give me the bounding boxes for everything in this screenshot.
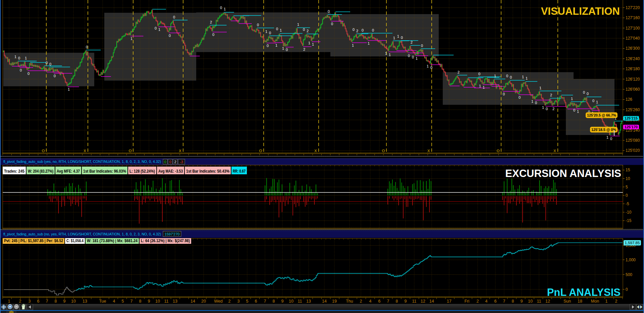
svg-text:X: X bbox=[179, 149, 181, 153]
svg-text:0: 0 bbox=[155, 26, 157, 30]
svg-text:17: 17 bbox=[447, 299, 451, 304]
svg-text:125'260: 125'260 bbox=[626, 107, 640, 112]
svg-text:fl_pivot_fading_auto_sub (no,: fl_pivot_fading_auto_sub (no, yes, RTH, … bbox=[3, 232, 161, 236]
svg-text:14: 14 bbox=[429, 299, 434, 304]
svg-text:0: 0 bbox=[269, 31, 271, 35]
svg-text:5: 5 bbox=[246, 299, 249, 304]
svg-text:1: 1 bbox=[526, 76, 528, 80]
svg-text:0: 0 bbox=[519, 95, 521, 99]
svg-text:1: 1 bbox=[389, 53, 391, 57]
svg-text:0: 0 bbox=[478, 72, 480, 76]
svg-text:2: 2 bbox=[228, 299, 231, 304]
svg-text:Tue: Tue bbox=[99, 299, 106, 304]
svg-text:1: 1 bbox=[542, 105, 544, 109]
svg-text:0: 0 bbox=[412, 55, 414, 59]
svg-text:1: 1 bbox=[539, 86, 541, 90]
svg-text:0: 0 bbox=[49, 62, 51, 66]
svg-text:1: 1 bbox=[494, 74, 496, 78]
svg-text:1: 1 bbox=[479, 84, 481, 88]
svg-text:X: X bbox=[84, 149, 86, 153]
svg-text:0: 0 bbox=[535, 101, 537, 105]
svg-text:126'240: 126'240 bbox=[626, 56, 640, 61]
svg-text:2: 2 bbox=[411, 40, 413, 44]
svg-text:18: 18 bbox=[578, 299, 582, 304]
svg-text:11: 11 bbox=[298, 299, 302, 304]
svg-text:126: 126 bbox=[626, 97, 632, 102]
svg-text:0: 0 bbox=[592, 99, 594, 103]
svg-text:1: 1 bbox=[130, 37, 132, 41]
svg-text:Pvt: 245 | P/L: $1,597.85 | Pe: Pvt: 245 | P/L: $1,597.85 | Per: $6.52 bbox=[4, 238, 63, 243]
svg-text:W: 204 (83.27%): W: 204 (83.27%) bbox=[28, 169, 53, 174]
svg-text:4: 4 bbox=[369, 299, 372, 304]
svg-text:8: 8 bbox=[55, 299, 57, 304]
svg-text:127'100: 127'100 bbox=[626, 26, 640, 31]
svg-text:9: 9 bbox=[405, 299, 407, 304]
svg-text:1: 1 bbox=[397, 34, 399, 38]
svg-text:0: 0 bbox=[408, 54, 410, 58]
svg-text:6: 6 bbox=[378, 299, 381, 304]
svg-text:1597'270: 1597'270 bbox=[165, 232, 180, 236]
svg-text:0: 0 bbox=[430, 65, 432, 70]
svg-text:0: 0 bbox=[28, 72, 30, 76]
svg-text:X: X bbox=[427, 149, 430, 153]
svg-text:15: 15 bbox=[626, 168, 630, 172]
svg-text:0: 0 bbox=[169, 160, 171, 164]
svg-text:2: 2 bbox=[210, 20, 212, 24]
svg-text:12: 12 bbox=[545, 299, 550, 304]
svg-text:0: 0 bbox=[276, 27, 278, 31]
svg-text:1: 1 bbox=[308, 41, 310, 45]
svg-text:6: 6 bbox=[494, 299, 497, 304]
svg-text:1: 1 bbox=[280, 28, 282, 32]
svg-text:X: X bbox=[553, 149, 556, 153]
svg-text:7: 7 bbox=[387, 299, 389, 304]
svg-text:7: 7 bbox=[46, 299, 48, 304]
svg-text:0: 0 bbox=[506, 74, 508, 78]
svg-text:2: 2 bbox=[360, 299, 362, 304]
svg-text:0: 0 bbox=[46, 61, 48, 65]
svg-text:1: 1 bbox=[577, 109, 579, 114]
svg-text:Wed: Wed bbox=[214, 299, 223, 304]
svg-text:0: 0 bbox=[173, 15, 175, 19]
svg-text:3: 3 bbox=[237, 299, 240, 304]
svg-text:5: 5 bbox=[626, 185, 628, 189]
svg-text:0: 0 bbox=[353, 28, 355, 32]
svg-text:9: 9 bbox=[521, 299, 523, 304]
svg-text:125'170: 125'170 bbox=[625, 125, 638, 129]
svg-text:11: 11 bbox=[412, 299, 417, 304]
svg-text:O: O bbox=[42, 149, 45, 153]
svg-text:0: 0 bbox=[54, 74, 56, 78]
svg-text:Trades: 245: Trades: 245 bbox=[4, 169, 24, 174]
svg-text:2: 2 bbox=[174, 160, 176, 164]
svg-text:VISUALIZATION: VISUALIZATION bbox=[541, 5, 620, 17]
svg-text:6: 6 bbox=[255, 299, 257, 304]
svg-text:8: 8 bbox=[273, 299, 275, 304]
svg-text:2: 2 bbox=[552, 107, 554, 111]
svg-text:9: 9 bbox=[281, 299, 284, 304]
svg-text:O: O bbox=[259, 149, 262, 153]
svg-text:0: 0 bbox=[220, 6, 222, 10]
svg-text:1: 1 bbox=[427, 64, 429, 68]
svg-text:-5: -5 bbox=[626, 202, 629, 206]
svg-text:1: 1 bbox=[14, 55, 16, 59]
svg-text:0: 0 bbox=[510, 75, 512, 79]
svg-text:L: 128 (52.24%): L: 128 (52.24%) bbox=[129, 169, 155, 174]
svg-text:1: 1 bbox=[416, 56, 418, 60]
svg-text:3: 3 bbox=[29, 299, 31, 304]
svg-text:8: 8 bbox=[512, 299, 514, 304]
svg-text:1: 1 bbox=[68, 87, 70, 91]
svg-text:0: 0 bbox=[573, 108, 575, 112]
svg-text:13: 13 bbox=[306, 299, 311, 304]
svg-text:19: 19 bbox=[332, 299, 337, 304]
svg-text:127'220: 127'220 bbox=[626, 5, 640, 10]
svg-text:13: 13 bbox=[83, 299, 87, 304]
svg-text:1: 1 bbox=[158, 28, 160, 32]
svg-text:0: 0 bbox=[328, 9, 330, 13]
svg-text:1: 1 bbox=[265, 30, 267, 34]
svg-text:8: 8 bbox=[396, 299, 398, 304]
svg-text:1: 1 bbox=[8, 299, 10, 304]
svg-text:0: 0 bbox=[169, 34, 171, 38]
svg-text:1: 1 bbox=[606, 135, 608, 139]
svg-text:Thu: Thu bbox=[346, 299, 353, 304]
svg-text:W: 181 (73.88%) | Mx: $681.24: W: 181 (73.88%) | Mx: $681.24 bbox=[87, 238, 138, 243]
svg-text:4: 4 bbox=[113, 299, 115, 304]
